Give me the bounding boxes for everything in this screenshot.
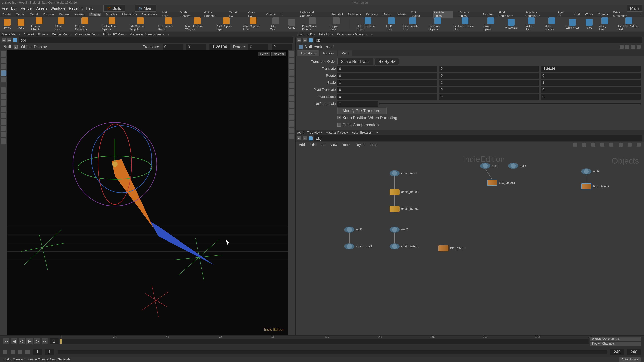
net-tab-obj[interactable]: /obj× <box>297 131 304 134</box>
play-button[interactable]: ▶ <box>26 338 32 344</box>
tool-align[interactable]: Align Capture Pose <box>243 17 263 31</box>
disp-wire-icon[interactable] <box>289 51 294 57</box>
shelf-tab[interactable]: Constraints <box>142 12 157 16</box>
prev-frame-button[interactable]: ◀ <box>11 338 17 344</box>
tz-field[interactable]: -1.26196 <box>541 66 641 71</box>
handle-tool-icon[interactable] <box>1 77 6 82</box>
disp-hidden-icon[interactable] <box>289 83 294 88</box>
shelf-tab[interactable]: Model <box>30 12 38 16</box>
network-node-null2[interactable]: null2 <box>581 168 600 174</box>
disp-normals-icon[interactable] <box>289 89 294 95</box>
net-tool-icon[interactable] <box>582 143 586 147</box>
disp-bbox-icon[interactable] <box>289 128 294 133</box>
tool-flip[interactable]: FLIP Fluid from Object <box>356 17 380 31</box>
translate-y-field[interactable]: 0 <box>186 44 206 50</box>
network-node-null4[interactable]: null4 <box>480 163 498 169</box>
disp-prim-icon[interactable] <box>289 102 294 108</box>
tool-crown[interactable]: Crown Splash <box>483 17 498 31</box>
sx-field[interactable]: 1 <box>338 80 438 86</box>
menu-windows[interactable]: Windows <box>51 6 66 10</box>
gear-icon[interactable] <box>620 45 624 49</box>
shelf-tab2[interactable]: Pyro FX <box>558 11 568 18</box>
tool-slice[interactable]: Slice <box>586 19 592 29</box>
network-node-box_object1[interactable]: box_object1 <box>487 180 515 186</box>
net-view[interactable]: View <box>330 143 338 147</box>
tool-whitewater[interactable]: Whitewater <box>504 19 518 29</box>
tool-sculpted[interactable]: Sculpted Particle Fluid <box>454 17 477 31</box>
close-icon[interactable]: × <box>302 131 304 134</box>
close-icon[interactable]: × <box>347 131 348 134</box>
disp-hull-icon[interactable] <box>289 121 294 127</box>
net-tool-icon[interactable] <box>618 143 622 147</box>
viewport[interactable]: Persp No cam Indie Edition <box>8 50 288 335</box>
add-tab-icon[interactable]: + <box>168 33 170 36</box>
shelf-tab-active[interactable]: Rigging <box>89 12 101 16</box>
shelf-tab[interactable]: Cloud FX <box>248 11 261 18</box>
shelf-tab[interactable]: Deform <box>59 12 69 16</box>
play-rev-button[interactable]: ◁ <box>19 338 25 344</box>
auto-update-button[interactable]: Auto Update <box>619 358 641 362</box>
network-node-chain_bone2[interactable]: chain_bone2 <box>390 206 418 212</box>
pane-tab-paramview[interactable]: chain_root1× <box>297 33 316 36</box>
shelf-tab[interactable]: Texture <box>74 12 84 16</box>
rotate-tool-icon[interactable] <box>1 64 6 69</box>
shelf-add-icon[interactable]: + <box>640 12 642 16</box>
disp-profile-icon[interactable] <box>289 115 294 120</box>
forward-arrow-icon[interactable]: → <box>303 136 307 140</box>
shelf-tab2[interactable]: Populate Containers <box>526 11 553 18</box>
viewport-path[interactable]: obj <box>19 37 294 43</box>
audio-icon[interactable] <box>11 350 15 354</box>
disp-smooth-icon[interactable] <box>289 64 294 69</box>
network-node-null7[interactable]: null7 <box>390 227 408 233</box>
range-end1[interactable]: 240 <box>610 349 624 355</box>
close-icon[interactable]: × <box>332 33 334 36</box>
close-icon[interactable]: × <box>18 33 20 36</box>
shelf-tab[interactable]: Volume <box>266 12 276 16</box>
ptx-field[interactable]: 0 <box>338 87 438 93</box>
snap-tool-icon[interactable] <box>1 100 6 106</box>
search-icon[interactable] <box>631 45 635 49</box>
net-tab-mat[interactable]: Material Palette× <box>326 131 348 134</box>
brush-tool-icon[interactable] <box>1 94 6 99</box>
shelf-tab[interactable]: Polygon <box>43 12 54 16</box>
ty-field[interactable]: 0 <box>439 66 539 71</box>
back-arrow-icon[interactable]: ← <box>2 38 6 42</box>
network-node-null6[interactable]: null6 <box>344 227 362 233</box>
child-comp-checkbox[interactable] <box>338 123 341 126</box>
param-tab-transform[interactable]: Transform <box>297 50 319 56</box>
param-path[interactable]: obj <box>314 37 642 43</box>
transform-order-dropdown[interactable]: Scale Rot Trans <box>338 58 373 65</box>
net-tool-icon[interactable] <box>610 143 614 147</box>
current-frame-field[interactable]: 1 <box>50 338 58 344</box>
tool-comb[interactable]: Comb <box>288 19 296 29</box>
shelf-tab[interactable]: Guide Brushes <box>204 11 224 18</box>
net-layout[interactable]: Layout <box>355 143 365 147</box>
tool-emitpf[interactable]: Emit Particle Fluid <box>403 17 422 31</box>
obj-icon[interactable] <box>308 136 312 140</box>
rotate-x-field[interactable]: 0 <box>248 44 268 50</box>
rot-order-dropdown[interactable]: Rx Ry Rz <box>375 58 399 65</box>
close-icon[interactable]: × <box>98 33 100 36</box>
persp-button[interactable]: Persp <box>258 52 270 56</box>
obj-icon[interactable] <box>308 38 312 42</box>
shelf-tab[interactable]: Modify <box>16 12 25 16</box>
pry-field[interactable]: 0 <box>439 94 539 100</box>
sz-field[interactable]: 1 <box>541 80 641 86</box>
shelf-tab2[interactable]: Crowds <box>598 12 608 16</box>
net-tool-icon[interactable] <box>600 143 604 147</box>
tool-bones[interactable]: Bones <box>3 19 11 29</box>
net-tool-icon[interactable] <box>591 143 595 147</box>
net-add[interactable]: Add <box>299 143 305 147</box>
net-tool-icon[interactable] <box>573 143 577 147</box>
tool-alongline[interactable]: Along Line <box>599 17 610 31</box>
prz-field[interactable]: 0 <box>541 94 641 100</box>
light-tool-icon[interactable] <box>1 138 6 144</box>
forward-arrow-icon[interactable]: → <box>303 38 307 42</box>
pane-tab-animedit[interactable]: Animation Editor× <box>24 33 49 36</box>
timeline-playhead[interactable] <box>60 339 62 344</box>
network-node-chain_twist1[interactable]: chain_twist1 <box>390 243 418 249</box>
pty-field[interactable]: 0 <box>439 87 539 93</box>
shelf-tab2-active[interactable]: Particle Fluids <box>432 11 454 18</box>
lasso-tool-icon[interactable] <box>1 87 6 93</box>
tool-editcapw[interactable]: Edit Capture Weights <box>130 17 151 31</box>
